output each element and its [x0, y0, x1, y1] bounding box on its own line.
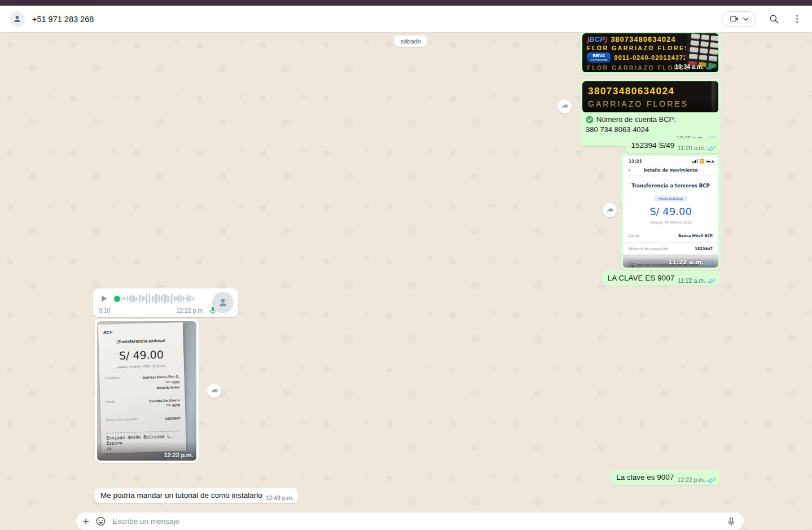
timestamp: 12:43 p.m. [266, 494, 294, 501]
read-receipt-icon [705, 259, 715, 265]
sent-to-extra: Moneda Soles [157, 386, 179, 389]
timestamp: 11:22 a.m. [668, 259, 704, 265]
caption-line2: 380 734 8063 4024 [586, 125, 715, 135]
phone-status-icons: 🛜 [692, 159, 713, 164]
message-input[interactable] [112, 517, 720, 525]
signal-icon [692, 159, 697, 164]
bcp-holder-name: FLOR GARRIAZO FLORES [587, 45, 690, 51]
chat-header: +51 971 283 268 [0, 6, 812, 32]
forward-icon [210, 387, 219, 396]
message-voice-note[interactable]: 0:10 12:22 p.m. [93, 288, 238, 317]
message-meta: 12:43 p.m. [266, 494, 294, 501]
outgoing-image-bubble: 38073480634024 GARRIAZO FLORES Número de… [580, 79, 721, 146]
header-actions [721, 11, 802, 27]
voice-waveform-bars[interactable] [121, 293, 208, 304]
emoji-icon [95, 516, 106, 527]
outgoing-image-bubble: 11:21 🛜 ‹ Detalle de movimiento Transfer… [621, 154, 721, 270]
message-operation-code[interactable]: 152394 S/49 11:20 a.m. [626, 138, 721, 153]
back-chevron-icon: ‹ [628, 166, 630, 173]
message-transfer-screenshot[interactable]: 11:21 🛜 ‹ Detalle de movimiento Transfer… [621, 154, 721, 270]
forward-icon [560, 102, 569, 111]
microphone-icon [726, 516, 736, 527]
message-meta: 10:34 a.m. [675, 63, 715, 70]
bcp-account-number: 38073480634024 [611, 35, 675, 43]
from-account: **** 8079 [166, 404, 180, 408]
bank-cards-image[interactable]: )BCP) 38073480634024 FLOR GARRIAZO FLORE… [582, 33, 718, 72]
message-meta: 12:22 p.m. [677, 476, 716, 483]
timestamp: 11:22 a.m. [678, 277, 705, 284]
message-receipt-photo[interactable]: BCP ¡Transferencia exitosa! S/ 49.00 Sáb… [95, 319, 199, 463]
read-receipt-icon [705, 64, 715, 70]
transfer-amount: S/ 49.00 [623, 205, 718, 217]
bbva-account-number: 0011-0240-0201243721 [614, 54, 691, 61]
info-icon [630, 263, 634, 267]
receipt-amount: S/ 49.00 [104, 348, 179, 362]
receipt-image[interactable]: BCP ¡Transferencia exitosa! S/ 49.00 Sáb… [97, 321, 196, 461]
timestamp: 11:20 a.m. [678, 144, 705, 151]
voice-mic-icon [208, 306, 217, 315]
sent-to-label: Enviado a [104, 376, 120, 392]
timestamp: 12:22 p.m. [677, 476, 705, 483]
bcp-logo: BCP [103, 328, 178, 335]
forward-button[interactable] [207, 384, 221, 398]
forward-button[interactable] [558, 99, 572, 113]
date-divider: sábado [394, 36, 427, 47]
receipt-title: ¡Transferencia exitosa! [104, 338, 178, 345]
message-text: Me podría mandar un tutorial de como ins… [100, 491, 262, 500]
forward-button[interactable] [603, 203, 617, 217]
message-account-number[interactable]: 38073480634024 GARRIAZO FLORES Número de… [580, 79, 721, 146]
battery-icon [706, 160, 713, 163]
read-receipt-icon [706, 278, 716, 284]
read-receipt-icon [706, 477, 716, 483]
keypad-grid [689, 33, 718, 62]
contact-avatar[interactable] [10, 11, 25, 27]
receipt-stamp: Enviado desde Bethzabe L. Espino za [106, 431, 181, 451]
whatsapp-window: +51 971 283 268 sábado )BCP) 3807348 [0, 0, 812, 530]
voice-progress-handle[interactable] [114, 296, 120, 302]
outgoing-image-bubble: )BCP) 38073480634024 FLOR GARRIAZO FLORE… [580, 31, 721, 75]
timestamp: 12:22 p.m. [164, 452, 193, 458]
white-check-emoji [586, 116, 594, 124]
message-meta: 11:22 a.m. [668, 259, 715, 265]
attach-button[interactable]: + [82, 515, 89, 527]
message-key-upper[interactable]: LA CLAVE ES 9007 11:22 a.m. [602, 271, 721, 286]
operation-value: 01523947 [165, 417, 181, 421]
contact-name[interactable]: +51 971 283 268 [32, 15, 94, 24]
search-button[interactable] [769, 14, 779, 24]
person-icon [217, 297, 229, 308]
video-camera-icon [730, 14, 739, 24]
emoji-button[interactable] [95, 516, 106, 527]
from-name: Cuentas De Ahorro [149, 398, 180, 403]
message-bank-cards-photo[interactable]: )BCP) 38073480634024 FLOR GARRIAZO FLORE… [580, 31, 721, 75]
wifi-icon: 🛜 [699, 159, 704, 164]
holder-name-large: GARRIAZO FLORES [588, 99, 718, 108]
bank-card-closeup-image[interactable]: 38073480634024 GARRIAZO FLORES [582, 81, 718, 112]
message-meta: 11:20 a.m. [678, 144, 716, 151]
channel-value: Banca Móvil BCP [678, 234, 713, 238]
transfer-screenshot-image[interactable]: 11:21 🛜 ‹ Detalle de movimiento Transfer… [623, 156, 718, 268]
sender-avatar[interactable] [212, 292, 234, 313]
operation-label: Número de operación [629, 247, 668, 251]
chevron-down-icon [743, 17, 748, 21]
amount-badge: Monto debitado [655, 196, 687, 202]
bbva-logo: BBVAContinental [587, 52, 611, 63]
voice-record-button[interactable] [726, 516, 736, 527]
transfer-date: Sábado, 14 febrero 2026 [623, 220, 718, 224]
phone-edge-graphic [712, 81, 718, 112]
caption-line1: Número de cuenta BCP: [596, 115, 676, 125]
play-icon[interactable] [99, 294, 109, 304]
timestamp: 12:22 p.m. [176, 307, 204, 314]
receipt-date: Sábado, 14 febrero 2026 - 12:58 p.m. [104, 363, 179, 369]
account-number-large: 38073480634024 [588, 86, 718, 97]
video-call-button[interactable] [721, 11, 756, 27]
channel-label: Canal [629, 234, 639, 238]
forward-icon [605, 206, 615, 215]
message-tutorial-request[interactable]: Me podría mandar un tutorial de como ins… [95, 488, 298, 503]
message-text: LA CLAVE ES 9007 [608, 274, 674, 282]
from-label: Desde [106, 400, 115, 411]
transfer-title: Transferencia a terceros BCP [623, 183, 718, 189]
message-key-lower[interactable]: La clave es 9007 12:22 p.m. [611, 470, 721, 485]
receipt-paper: BCP ¡Transferencia exitosa! S/ 49.00 Sáb… [98, 322, 186, 453]
message-text: 152394 S/49 [631, 141, 675, 150]
menu-button[interactable] [792, 14, 802, 24]
